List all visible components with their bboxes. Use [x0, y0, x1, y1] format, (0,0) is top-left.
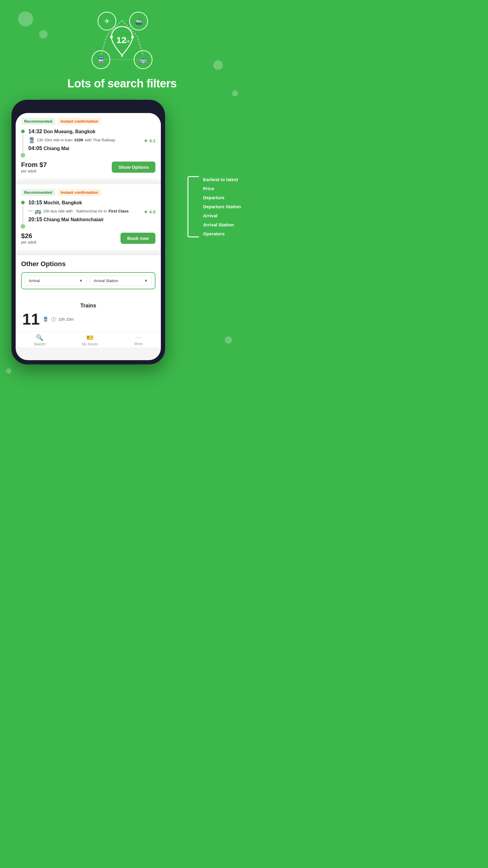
svg-point-11	[131, 36, 134, 38]
svg-text:🚢: 🚢	[135, 18, 142, 25]
tickets-nav-icon: 🎫	[86, 334, 94, 341]
nav-tickets[interactable]: 🎫 My tickets	[82, 334, 98, 346]
card2-price: $26 per adult	[21, 232, 36, 244]
nav-search-label: Search	[34, 342, 45, 346]
card2-tags: Recommended Instant confirmation	[21, 189, 156, 196]
card2-arrive: 20:15 Chiang Mai Nakhonchaiair	[28, 216, 156, 223]
result-card-2: Recommended Instant confirmation 10:15	[16, 184, 161, 250]
trains-title: Trains	[21, 303, 156, 309]
depart-dot-1	[21, 130, 25, 133]
depart-dot-2	[21, 201, 25, 204]
star-icon-1: ★	[144, 138, 148, 144]
result-card-1: Recommended Instant confirmation 14:32	[16, 113, 161, 179]
logo-graphic: ✈ 🚢 12 ⇒ 🚆 🚌	[83, 11, 161, 72]
hero-section: ✈ 🚢 12 ⇒ 🚆 🚌 Lots of search filters	[0, 0, 244, 97]
filter-row[interactable]: Arrival ▼ Arrival Station ▼	[21, 272, 156, 289]
annotation-line5: Arrival	[203, 211, 241, 220]
filter-annotation: Earliest to latest Price Departure Depar…	[200, 175, 241, 239]
phone-screen: Recommended Instant confirmation 14:32	[16, 113, 161, 360]
trains-duration: 10h 10m	[59, 317, 74, 321]
tag-instant-1: Instant confirmation	[58, 118, 101, 125]
arrive-dot-1	[22, 154, 24, 157]
svg-text:✈: ✈	[104, 18, 110, 25]
show-options-button[interactable]: Show Options	[112, 161, 156, 173]
clock-icon: 🕐	[51, 317, 56, 321]
annotation-line4: Departure Station	[203, 202, 241, 211]
nav-search[interactable]: 🔍 Search	[34, 334, 45, 346]
tag-recommended-2: Recommended	[21, 189, 55, 196]
trains-section: Trains 11 🚆 🕐 10h 10m	[16, 299, 161, 331]
card1-arrive: 04:05 Chiang Mai	[28, 145, 156, 152]
card2-depart: 10:15 Mochit, Bangkok	[28, 199, 156, 206]
svg-point-16	[121, 55, 123, 57]
annotation-line6: Arrival Station	[203, 220, 241, 229]
other-options-title: Other Options	[21, 260, 156, 268]
chevron-down-icon-2: ▼	[144, 278, 148, 283]
card2-ride-info: 〰 🚌 10h bus ride with Nakhonchai Air in …	[28, 208, 156, 215]
arrival-filter[interactable]: Arrival ▼	[25, 276, 87, 286]
chevron-down-icon: ▼	[79, 278, 83, 283]
tag-instant-2: Instant confirmation	[58, 189, 101, 196]
annotation-line2: Price	[203, 184, 241, 193]
bottom-nav: 🔍 Search 🎫 My tickets ··· More	[16, 331, 161, 347]
star-icon-2: ★	[144, 209, 148, 215]
train-icon: 🚆	[43, 316, 48, 322]
more-nav-icon: ···	[136, 334, 141, 341]
other-options-section: Other Options Arrival ▼ Arrival Station …	[16, 255, 161, 299]
trains-count: 11	[22, 311, 40, 327]
phone-notch	[70, 104, 106, 111]
nav-tickets-label: My tickets	[82, 342, 98, 346]
card1-price: From $7 per adult	[21, 161, 47, 173]
trains-info-row: 🚆 🕐 10h 10m	[43, 316, 74, 322]
arrival-station-filter[interactable]: Arrival Station ▼	[90, 276, 152, 286]
phone-mockup: Recommended Instant confirmation 14:32	[0, 100, 165, 364]
svg-text:⇒: ⇒	[125, 38, 130, 44]
card1-tags: Recommended Instant confirmation	[21, 118, 156, 125]
book-now-button[interactable]: Book now	[121, 233, 156, 244]
card1-depart: 14:32 Don Mueang, Bangkok	[28, 128, 156, 135]
nav-more[interactable]: ··· More	[134, 334, 142, 346]
annotation-line1: Earliest to latest	[203, 175, 241, 184]
annotation-line7: Operators	[203, 229, 241, 239]
arrive-dot-2	[22, 225, 24, 228]
nav-more-label: More	[134, 342, 142, 346]
svg-point-10	[110, 36, 113, 38]
page-headline: Lots of search filters	[56, 77, 189, 90]
annotation-line3: Departure	[203, 193, 241, 202]
tag-recommended-1: Recommended	[21, 118, 55, 125]
card1-ride-info: 🚆 13h 33m ride in train #109 with Thai R…	[28, 136, 156, 144]
search-nav-icon: 🔍	[36, 334, 43, 341]
